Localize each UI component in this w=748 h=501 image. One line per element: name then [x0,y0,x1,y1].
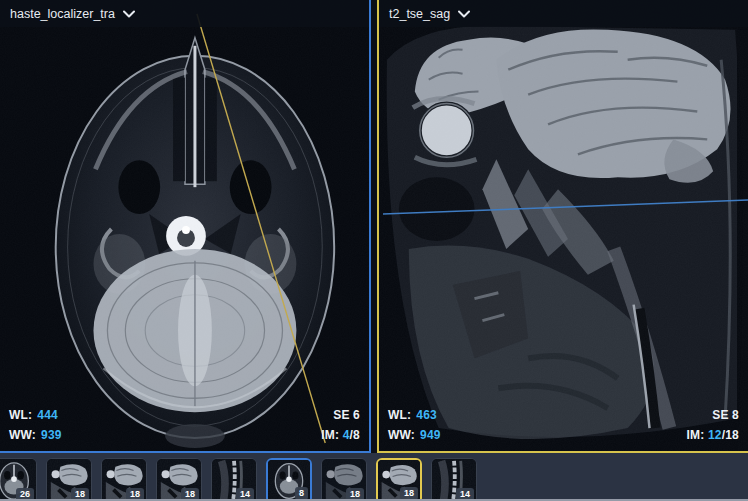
series-selector-right[interactable]: t2_tse_sag [389,7,470,21]
wl-label: WL: [9,405,32,425]
series-thumbnail[interactable]: 18 [101,458,147,501]
viewport-sagittal[interactable]: t2_tse_sag WL: 463 SE 8 WW: 949 IM: 12/ [377,0,748,453]
series-number: SE 8 [712,405,739,425]
wl-value: 444 [37,405,58,425]
ww-value: 949 [420,425,441,445]
series-number: SE 6 [333,405,360,425]
ww-label: WW: [9,425,36,445]
image-number: IM: 12/18 [686,425,739,445]
series-label-left: haste_localizer_tra [10,7,115,21]
chevron-down-icon [123,10,135,18]
chevron-down-icon [458,10,470,18]
series-thumbnail[interactable]: 14 [431,458,477,501]
series-thumbnail-active[interactable]: 18 [376,458,422,501]
image-number: IM: 4/8 [321,425,360,445]
series-thumbnail[interactable]: 18 [156,458,202,501]
thumbnail-strip: 26 18 18 18 14 8 18 18 [0,453,748,501]
ww-value: 939 [41,425,62,445]
viewer-root: haste_localizer_tra WL: 444 SE 6 WW: 939… [0,0,748,501]
series-label-right: t2_tse_sag [389,7,450,21]
overlay-left: WL: 444 SE 6 WW: 939 IM: 4/8 [0,405,369,451]
viewport-header-right: t2_tse_sag [379,0,748,27]
viewport-header-left: haste_localizer_tra [0,0,369,27]
series-thumbnail[interactable]: 18 [46,458,92,501]
axial-mri-image [0,0,369,451]
series-thumbnail-selected[interactable]: 8 [266,458,312,501]
series-selector-left[interactable]: haste_localizer_tra [10,7,135,21]
viewport-axial[interactable]: haste_localizer_tra WL: 444 SE 6 WW: 939… [0,0,371,453]
sagittal-mri-image [379,0,748,451]
series-thumbnail[interactable]: 18 [321,458,367,501]
series-thumbnail[interactable]: 26 [0,458,37,501]
wl-value: 463 [416,405,437,425]
ww-label: WW: [388,425,415,445]
overlay-right: WL: 463 SE 8 WW: 949 IM: 12/18 [379,405,748,451]
series-thumbnail[interactable]: 14 [211,458,257,501]
wl-label: WL: [388,405,411,425]
